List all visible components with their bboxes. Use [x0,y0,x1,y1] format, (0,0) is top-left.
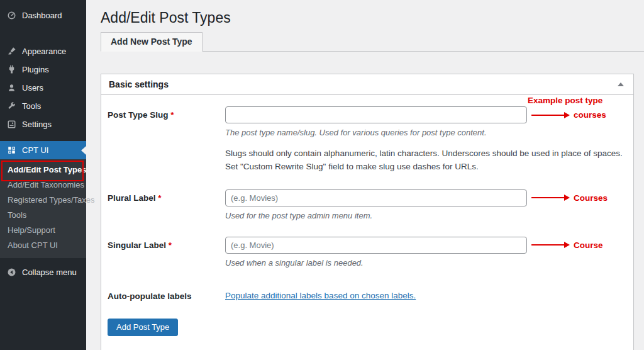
auto-populate-row: Auto-populate labels Populate additional… [108,288,626,301]
sidebar-separator [0,25,86,42]
panel-collapse-button[interactable] [616,81,626,88]
sidebar-item-appearance[interactable]: Appearance [0,42,86,60]
singular-label-help: Used when a singular label is needed. [225,258,626,268]
dashboard-icon [7,11,16,20]
red-arrowhead-icon [564,112,570,118]
plural-label-input[interactable] [225,189,527,206]
required-asterisk: * [170,110,174,120]
sidebar-item-label: CPT UI [22,145,48,155]
annotation-singular-example: Course [531,237,603,254]
sidebar-item-label: Dashboard [22,11,62,20]
submenu-item-tools[interactable]: Tools [0,208,86,223]
submenu-item-help-support[interactable]: Help/Support [0,223,86,238]
settings-icon [7,120,16,129]
singular-label-row: Singular Label * Course Used when a sing… [108,237,626,268]
post-type-slug-help: The post type name/slug. Used for variou… [225,128,626,137]
annotation-example-heading: Example post type [528,96,602,105]
sidebar-gap [0,133,86,141]
cpt-ui-submenu: Add/Edit Post Types Add/Edit Taxonomies … [0,159,86,258]
plural-label-label: Plural Label * [108,189,225,220]
required-asterisk: * [169,240,172,250]
sidebar-item-label: Users [22,83,43,93]
annotation-slug-example: courses [531,106,606,123]
basic-settings-header: Basic settings [101,74,633,95]
page-title: Add/Edit Post Types [101,9,644,26]
post-type-slug-label: Post Type Slug * [108,106,225,174]
submenu-item-about-cpt-ui[interactable]: About CPT UI [0,238,86,253]
admin-sidebar: Dashboard Appearance Plugins Users [0,0,86,350]
sidebar-item-dashboard[interactable]: Dashboard [0,6,86,25]
required-asterisk: * [158,193,161,203]
basic-settings-panel: Basic settings Post Type Slug * Example … [101,74,634,350]
sidebar-item-label: Tools [22,101,41,111]
main-content: Add/Edit Post Types Add New Post Type Ba… [86,0,644,350]
basic-settings-body: Post Type Slug * Example post type cours… [101,95,633,350]
red-arrow-icon [531,197,564,198]
post-type-slug-row: Post Type Slug * Example post type cours… [108,106,626,174]
tab-add-new-post-type[interactable]: Add New Post Type [101,32,203,52]
plural-label-field: Courses Used for the post type admin men… [225,189,626,220]
auto-populate-label: Auto-populate labels [108,288,225,301]
singular-label-label: Singular Label * [108,237,225,268]
red-arrow-icon [531,244,564,246]
red-arrowhead-icon [564,195,570,201]
plural-label-row: Plural Label * Courses Used for the post… [108,189,626,220]
post-type-slug-input[interactable] [225,106,527,123]
sidebar-item-tools[interactable]: Tools [0,97,86,115]
users-icon [7,83,16,93]
post-type-slug-note: Slugs should only contain alphanumeric, … [225,147,623,174]
sidebar-item-users[interactable]: Users [0,79,86,97]
plugins-icon [7,65,16,74]
submenu-item-add-edit-taxonomies[interactable]: Add/Edit Taxonomies [0,178,86,193]
triangle-up-icon [618,82,624,86]
singular-label-field: Course Used when a singular label is nee… [225,237,626,268]
singular-label-input[interactable] [225,237,527,254]
red-arrow-icon [531,115,564,116]
auto-populate-field: Populate additional labels based on chos… [225,288,626,301]
annotation-plural-value: Courses [574,193,608,203]
sidebar-item-cpt-ui[interactable]: CPT UI [0,141,86,159]
populate-labels-link[interactable]: Populate additional labels based on chos… [225,288,416,300]
collapse-menu-label: Collapse menu [22,268,77,277]
annotation-singular-value: Course [574,240,603,250]
cpt-ui-icon [7,145,16,155]
annotation-plural-example: Courses [531,189,608,206]
submenu-item-add-edit-post-types[interactable]: Add/Edit Post Types [0,162,86,178]
collapse-menu-icon [7,268,16,277]
submenu-item-registered-types[interactable]: Registered Types/Taxes [0,193,86,208]
tools-icon [7,101,16,111]
collapse-menu-button[interactable]: Collapse menu [0,263,86,281]
add-post-type-button[interactable]: Add Post Type [108,319,178,336]
wordpress-admin-screen: Dashboard Appearance Plugins Users [0,0,644,350]
tab-bar: Add New Post Type [101,32,644,52]
annotation-slug-value: courses [574,110,606,120]
sidebar-item-label: Settings [22,120,52,129]
post-type-slug-field: Example post type courses The post type … [225,106,626,174]
active-menu-arrow [81,146,86,155]
sidebar-item-label: Plugins [22,65,49,74]
red-arrowhead-icon [564,242,570,248]
sidebar-item-settings[interactable]: Settings [0,115,86,133]
panel-title: Basic settings [109,79,169,89]
submit-row: Add Post Type [108,319,626,336]
sidebar-item-plugins[interactable]: Plugins [0,60,86,79]
sidebar-item-label: Appearance [22,47,66,56]
appearance-icon [7,47,16,56]
plural-label-help: Used for the post type admin menu item. [225,211,626,220]
